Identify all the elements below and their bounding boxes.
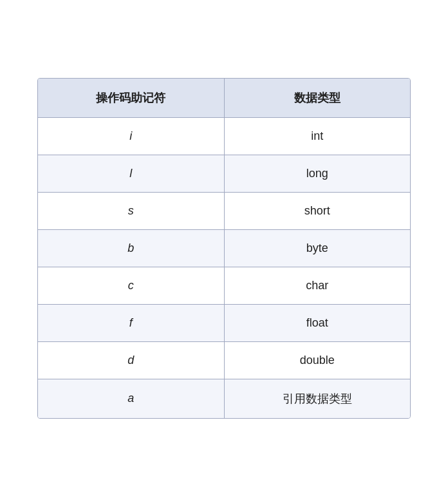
table-header-row: 操作码助记符 数据类型: [38, 79, 410, 118]
cell-datatype: 引用数据类型: [224, 379, 410, 418]
header-datatype: 数据类型: [224, 79, 410, 118]
table-row: ffloat: [38, 304, 410, 341]
cell-mnemonic: a: [38, 379, 224, 418]
cell-mnemonic: f: [38, 304, 224, 341]
cell-datatype: short: [224, 192, 410, 229]
table-row: iint: [38, 117, 410, 155]
cell-mnemonic: b: [38, 229, 224, 267]
table-row: sshort: [38, 192, 410, 229]
cell-mnemonic: s: [38, 192, 224, 229]
main-table-container: 操作码助记符 数据类型 iintllongsshortbbyteccharffl…: [37, 78, 411, 419]
table-row: bbyte: [38, 229, 410, 267]
table-row: ddouble: [38, 341, 410, 379]
cell-datatype: char: [224, 267, 410, 304]
table-row: llong: [38, 155, 410, 192]
cell-datatype: byte: [224, 229, 410, 267]
cell-datatype: float: [224, 304, 410, 341]
data-table: 操作码助记符 数据类型 iintllongsshortbbyteccharffl…: [38, 79, 410, 418]
cell-mnemonic: i: [38, 117, 224, 155]
cell-datatype: int: [224, 117, 410, 155]
header-mnemonic: 操作码助记符: [38, 79, 224, 118]
cell-mnemonic: d: [38, 341, 224, 379]
cell-mnemonic: l: [38, 155, 224, 192]
cell-datatype: double: [224, 341, 410, 379]
table-row: a引用数据类型: [38, 379, 410, 418]
table-row: cchar: [38, 267, 410, 304]
cell-mnemonic: c: [38, 267, 224, 304]
cell-datatype: long: [224, 155, 410, 192]
